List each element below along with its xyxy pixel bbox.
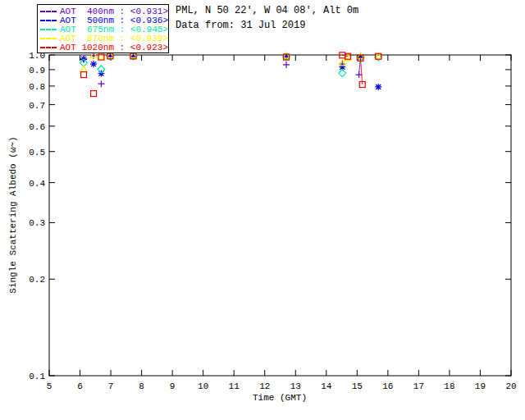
data-point-square [91,91,97,97]
legend-dash-swatch [40,11,57,12]
data-point-asterisk [90,61,97,67]
legend-item-label: AOT 1020nm : <0.923> [60,43,168,52]
data-point-diamond [339,70,346,77]
x-axis-tick-label: 12 [259,381,270,391]
y-axis-tick-label: 0.9 [29,66,45,75]
x-axis-tick-label: 17 [413,381,424,391]
x-axis-tick-label: 18 [444,381,454,391]
wavelength-legend: AOT 400nm : <0.931>AOT 500nm : <0.936>AO… [37,4,169,53]
x-axis-tick-label: 5 [47,381,52,391]
y-axis-tick-label: 0.5 [29,148,45,158]
legend-item: AOT 675nm : <0.945> [40,25,166,34]
x-axis-tick-label: 20 [505,381,516,391]
x-axis-tick-label: 19 [475,381,486,391]
x-axis-tick-label: 8 [139,381,144,391]
y-axis-tick-label: 0.4 [29,179,45,189]
y-axis-tick-label: 0.6 [29,122,45,132]
data-date-subtitle: Data from: 31 Jul 2019 [176,20,305,31]
data-point-triangle [80,66,87,71]
y-axis-tick-label: 0.8 [29,82,45,92]
x-axis-tick-label: 16 [382,381,393,391]
plot-border [49,55,511,376]
y-axis-tick-label: 0.7 [29,101,45,111]
site-location-title: PML, N 50 22', W 04 08', Alt 0m [176,5,358,16]
legend-dash-swatch [40,29,57,30]
legend-dash-swatch [40,20,57,21]
data-point-asterisk [375,84,381,90]
legend-item: AOT 1020nm : <0.923> [40,43,166,52]
x-axis-tick-label: 7 [108,381,114,391]
data-point-plus [283,62,290,68]
x-axis-tick-label: 15 [352,381,363,391]
data-point-square [81,72,87,78]
legend-item: AOT 400nm : <0.931> [40,7,166,16]
legend-dash-swatch [40,47,57,48]
series-connector-line [360,58,362,84]
y-axis-tick-label: 0.1 [29,372,45,381]
data-point-plus [98,80,104,87]
legend-item: AOT 870nm : <0.939> [40,34,166,43]
y-axis-tick-label: 0.3 [29,218,45,228]
y-axis-label: Single Scattering Albedo (ω~) [8,116,18,313]
x-axis-tick-label: 6 [77,381,83,391]
x-axis-tick-label: 9 [170,381,176,391]
x-axis-tick-label: 13 [290,381,301,391]
x-axis-label: Time (GMT) [198,393,362,403]
aeronet-ssa-plot-window: 5678910111213141516171819201.00.90.80.70… [0,0,525,420]
legend-dash-swatch [40,38,57,39]
x-axis-tick-label: 11 [229,381,240,391]
x-axis-tick-label: 14 [321,381,332,391]
ssa-chart-svg: 5678910111213141516171819201.00.90.80.70… [0,0,525,420]
x-axis-tick-label: 10 [198,381,208,391]
y-axis-tick-label: 0.2 [29,275,45,285]
legend-item: AOT 500nm : <0.936> [40,16,166,25]
